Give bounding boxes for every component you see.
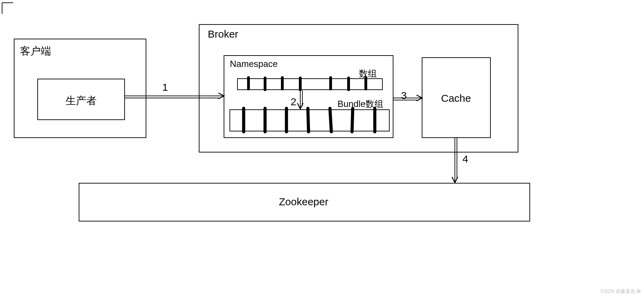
- array-label: 数组: [359, 68, 377, 80]
- corner-mark: [2, 3, 13, 14]
- step-3-label: 3: [401, 90, 407, 101]
- zookeeper-label: Zookeeper: [279, 196, 328, 208]
- broker-title: Broker: [208, 28, 238, 40]
- cache-label: Cache: [441, 92, 471, 104]
- bundle-array-label: Bundle数组: [338, 98, 383, 110]
- step-1-label: 1: [162, 81, 168, 93]
- step-2-label: 2: [291, 96, 296, 108]
- watermark: CSDN @夏洛克·林: [601, 288, 641, 295]
- client-title: 客户端: [20, 44, 51, 58]
- namespace-title: Namespace: [230, 59, 278, 69]
- producer-label: 生产者: [66, 94, 97, 108]
- step-4-label: 4: [462, 153, 468, 165]
